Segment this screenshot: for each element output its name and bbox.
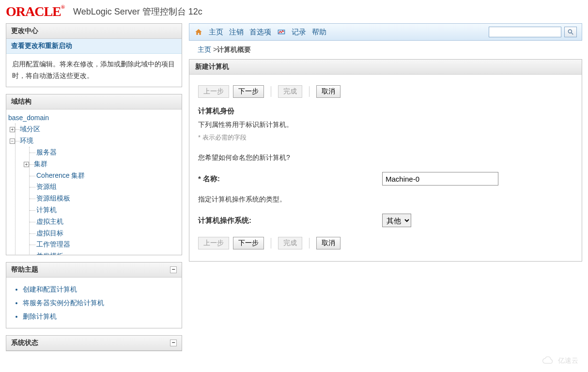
help-topics-panel: 帮助主题 − 创建和配置计算机 将服务器实例分配给计算机 删除计算机 xyxy=(6,262,182,328)
collapse-icon[interactable]: − xyxy=(170,340,177,346)
tree-item[interactable]: 资源组模板 xyxy=(30,193,180,204)
tree-root[interactable]: base_domain xyxy=(8,114,49,122)
section-desc: 下列属性将用于标识新计算机。 xyxy=(198,121,573,129)
cancel-button-bottom[interactable]: 取消 xyxy=(316,237,340,249)
change-center-title: 更改中心 xyxy=(6,24,182,39)
svg-point-1 xyxy=(568,30,572,33)
next-button[interactable]: 下一步 xyxy=(233,85,264,98)
prefs-link[interactable]: 首选项 xyxy=(249,28,271,37)
tree-item[interactable]: 计算机 xyxy=(30,204,180,216)
tree-item-env[interactable]: −环境 服务器 +集群 Coherence 集群 资源组 资源组模板 计算机 虚… xyxy=(15,135,180,254)
view-changes-link[interactable]: 查看更改和重新启动 xyxy=(6,39,182,54)
separator xyxy=(271,86,271,97)
domain-structure-title: 域结构 xyxy=(6,94,182,109)
label-name: * 名称: xyxy=(198,174,382,184)
help-link[interactable]: 创建和配置计算机 xyxy=(23,282,176,296)
logout-link[interactable]: 注销 xyxy=(229,28,244,37)
next-button-bottom[interactable]: 下一步 xyxy=(233,237,264,249)
content-title: 新建计算机 xyxy=(189,60,582,75)
question-name: 您希望如何命名您的新计算机? xyxy=(198,154,573,162)
name-input[interactable] xyxy=(382,172,498,186)
tree-item[interactable]: 服务器 xyxy=(30,147,180,158)
collapse-icon[interactable]: − xyxy=(170,266,177,273)
search-icon xyxy=(567,29,574,35)
tree-item[interactable]: Coherence 集群 xyxy=(30,170,180,182)
collapse-icon[interactable]: − xyxy=(10,139,15,144)
separator xyxy=(271,238,271,248)
help-link[interactable]: 将服务器实例分配给计算机 xyxy=(23,296,176,310)
record-icon xyxy=(277,28,286,36)
finish-button: 完成 xyxy=(278,85,302,98)
expand-icon[interactable]: + xyxy=(10,127,15,132)
content-panel: 新建计算机 上一步 下一步 完成 取消 计算机身份 下列属性将用于标识新计算机。… xyxy=(189,59,582,262)
help-topics-title: 帮助主题 xyxy=(11,265,38,274)
required-note: * 表示必需的字段 xyxy=(198,133,573,142)
record-link[interactable]: 记录 xyxy=(292,28,306,37)
question-os: 指定计算机操作系统的类型。 xyxy=(198,195,573,204)
oracle-logo: ORACLE® xyxy=(6,4,64,19)
breadcrumb: 主页 >计算机概要 xyxy=(189,41,582,59)
svg-line-2 xyxy=(572,33,573,35)
home-link[interactable]: 主页 xyxy=(209,28,223,37)
system-status-title: 系统状态 xyxy=(11,339,38,347)
cancel-button[interactable]: 取消 xyxy=(316,85,340,98)
domain-tree-scroll[interactable]: base_domain +域分区 −环境 服务器 +集群 Coherence 集… xyxy=(6,109,182,255)
back-button: 上一步 xyxy=(198,85,229,98)
change-center-panel: 更改中心 查看更改和重新启动 启用配置编辑。将来在修改，添加或删除此域中的项目时… xyxy=(6,23,182,87)
os-select[interactable]: 其他 xyxy=(382,214,411,227)
breadcrumb-current: 计算机概要 xyxy=(217,46,251,53)
tree-item-partition[interactable]: +域分区 xyxy=(15,124,180,135)
system-status-panel: 系统状态 − xyxy=(6,335,182,351)
separator xyxy=(309,86,309,97)
header-title: WebLogic Server 管理控制台 12c xyxy=(73,6,202,17)
tree-item[interactable]: 虚拟目标 xyxy=(30,228,180,239)
expand-icon[interactable]: + xyxy=(24,162,29,167)
finish-button-bottom: 完成 xyxy=(278,237,302,249)
breadcrumb-home[interactable]: 主页 xyxy=(198,46,211,53)
search-input[interactable] xyxy=(489,27,561,37)
tree-item[interactable]: +集群 xyxy=(30,158,180,170)
label-os: 计算机操作系统: xyxy=(198,216,382,225)
domain-structure-panel: 域结构 base_domain +域分区 −环境 服务器 +集群 xyxy=(6,94,182,255)
watermark: 亿速云 xyxy=(542,356,578,357)
change-center-desc: 启用配置编辑。将来在修改，添加或删除此域中的项目时，将自动激活这些更改。 xyxy=(6,54,182,87)
back-button-bottom: 上一步 xyxy=(198,237,229,249)
cloud-icon xyxy=(542,356,556,357)
top-toolbar: 主页 注销 首选项 记录 帮助 xyxy=(189,23,582,41)
help-link[interactable]: 帮助 xyxy=(312,28,326,37)
section-title: 计算机身份 xyxy=(198,107,573,116)
tree-item[interactable]: 虚拟主机 xyxy=(30,216,180,228)
tree-item[interactable]: 资源组 xyxy=(30,181,180,193)
tree-item[interactable]: 并发模板 xyxy=(30,250,180,254)
help-link[interactable]: 删除计算机 xyxy=(23,310,176,323)
separator xyxy=(309,238,309,248)
tree-item[interactable]: 工作管理器 xyxy=(30,239,180,250)
home-icon xyxy=(194,28,203,36)
search-button[interactable] xyxy=(564,27,577,37)
page-header: ORACLE® WebLogic Server 管理控制台 12c xyxy=(0,0,588,23)
